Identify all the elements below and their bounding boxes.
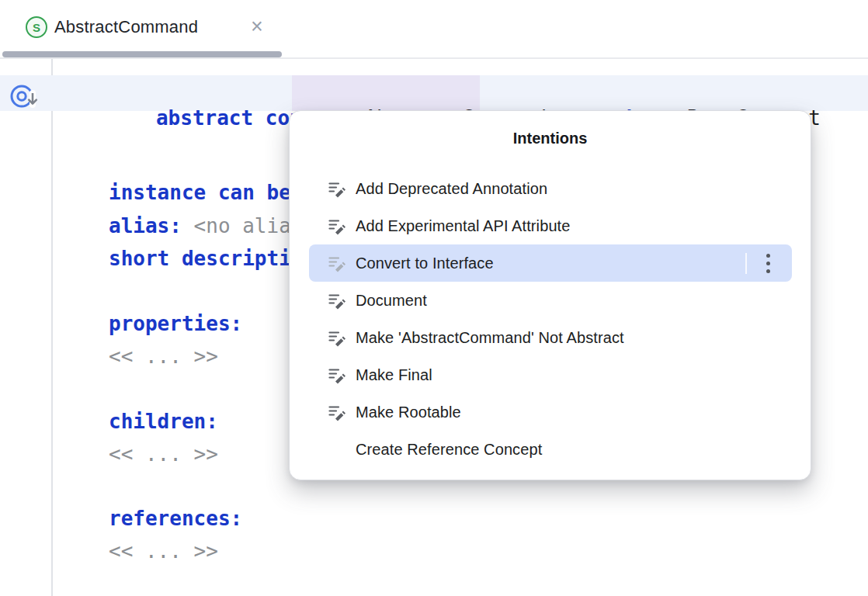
more-options-icon[interactable] xyxy=(762,251,775,276)
intention-label: Convert to Interface xyxy=(356,255,745,272)
code-segment: references: xyxy=(109,507,242,530)
intention-item[interactable]: Make 'AbstractCommand' Not Abstract xyxy=(309,319,792,356)
intention-label: Add Deprecated Annotation xyxy=(356,180,792,198)
gutter-separator xyxy=(51,59,53,596)
intention-edit-icon xyxy=(328,291,346,310)
code-line[interactable]: instance can be xyxy=(109,176,291,209)
code-segment: instance can be xyxy=(109,181,291,204)
active-tab-underline xyxy=(2,51,282,57)
intention-edit-icon xyxy=(328,403,346,421)
code-line[interactable]: alias: <no alia xyxy=(109,210,291,242)
popup-title: Intentions xyxy=(290,130,811,147)
code-line[interactable]: references: xyxy=(109,502,242,535)
intention-item[interactable]: Add Deprecated Annotation xyxy=(309,170,792,207)
code-segment: short descripti xyxy=(109,247,291,270)
more-options-divider xyxy=(745,253,747,274)
code-segment: children: xyxy=(109,410,218,433)
tab-title: AbstractCommand xyxy=(54,17,198,37)
code-segment: << ... >> xyxy=(109,442,218,466)
intention-edit-icon xyxy=(328,254,346,272)
editor-tab-bar: S AbstractCommand × xyxy=(0,0,868,59)
code-segment: alias: xyxy=(109,214,182,237)
intention-edit-icon xyxy=(328,366,346,384)
code-line[interactable]: short descripti xyxy=(109,242,291,275)
intention-item[interactable]: Make Final xyxy=(309,356,792,393)
intention-label: Make 'AbstractCommand' Not Abstract xyxy=(356,329,792,347)
concept-file-icon: S xyxy=(26,16,47,38)
concept-declaration-line[interactable]: abstract conceptAbstractCommandextendsBa… xyxy=(83,81,821,106)
code-line[interactable]: << ... >> xyxy=(109,340,218,372)
intention-edit-icon xyxy=(328,179,346,198)
intention-label: Document xyxy=(356,292,792,310)
current-line-highlight[interactable]: abstract conceptAbstractCommandextendsBa… xyxy=(0,75,868,111)
intention-edit-icon xyxy=(328,328,346,347)
tab-bar-bottom-border xyxy=(0,57,868,59)
mps-editor-window: S AbstractCommand × abstract conceptAbst… xyxy=(0,0,868,596)
close-icon[interactable]: × xyxy=(247,13,267,40)
editor-tab-abstractcommand[interactable]: S AbstractCommand × xyxy=(0,0,284,57)
code-line[interactable]: << ... >> xyxy=(109,535,218,567)
code-line[interactable]: properties: xyxy=(109,307,242,340)
intentions-popup: Intentions Add Deprecated Annotation Add… xyxy=(289,110,811,480)
code-segment: <no alia xyxy=(182,214,291,237)
code-line[interactable]: children: xyxy=(109,405,218,438)
code-segment: properties: xyxy=(109,312,242,335)
overrides-navigate-down-icon[interactable] xyxy=(9,81,43,113)
intention-edit-icon xyxy=(328,217,346,235)
intention-label: Create Reference Concept xyxy=(356,441,792,459)
code-line[interactable]: << ... >> xyxy=(109,438,218,470)
code-segment: << ... >> xyxy=(109,539,218,563)
intention-item[interactable]: Document xyxy=(309,282,792,319)
intention-item[interactable]: Convert to Interface xyxy=(309,244,792,282)
intention-label: Make Rootable xyxy=(356,404,792,421)
intention-item[interactable]: Add Experimental API Attribute xyxy=(309,207,792,244)
intention-label: Make Final xyxy=(356,366,792,384)
intention-item[interactable]: Make Rootable xyxy=(309,393,792,431)
intention-label: Add Experimental API Attribute xyxy=(356,217,792,235)
intention-item[interactable]: Create Reference Concept xyxy=(309,431,792,468)
code-segment: << ... >> xyxy=(109,345,218,368)
